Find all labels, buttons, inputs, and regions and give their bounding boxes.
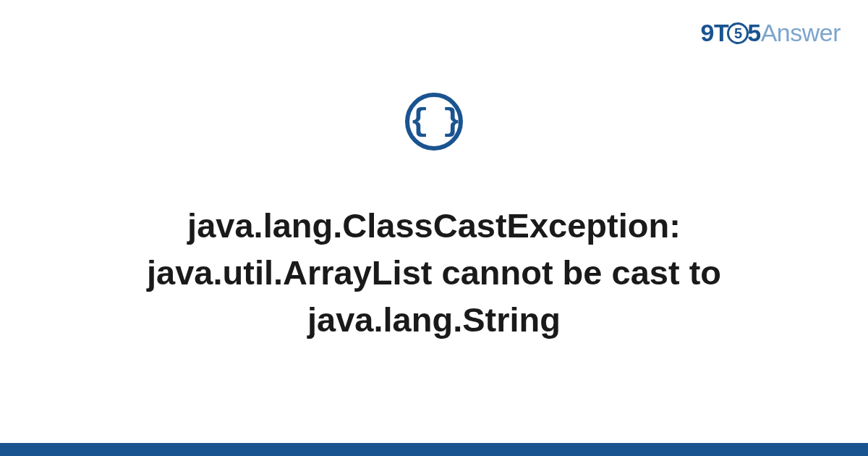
logo-clock-icon: 5 [727,22,749,44]
category-icon-circle: { } [405,93,463,151]
logo-text-9t: 9T [701,19,729,46]
question-title: java.lang.ClassCastException: java.util.… [101,203,767,344]
main-content: { } java.lang.ClassCastException: java.u… [0,93,868,344]
footer-accent-bar [0,443,868,456]
logo-text-answer: Answer [761,19,841,46]
site-logo: 9T55Answer [701,19,841,47]
logo-text-5: 5 [747,19,760,46]
code-braces-icon: { } [409,106,458,138]
logo-clock-inner: 5 [734,26,742,41]
